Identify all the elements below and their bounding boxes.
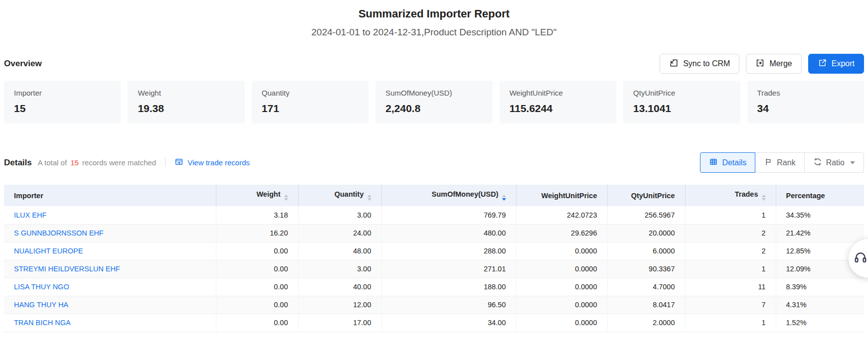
rank-flag-icon: [764, 157, 773, 168]
chevron-down-icon: [850, 161, 855, 164]
stat-label: Weight: [138, 89, 234, 97]
cell-weight: 16.20: [216, 224, 298, 242]
column-header-weight[interactable]: Weight: [216, 185, 298, 206]
cell-sumofmoney-usd: 288.00: [381, 242, 516, 260]
match-suffix: records were matched: [82, 158, 156, 167]
cell-trades: 2: [685, 224, 776, 242]
tab-ratio-label: Ratio: [826, 158, 845, 167]
column-header-quantity[interactable]: Quantity: [298, 185, 381, 206]
cell-weightunitprice: 0.0000: [516, 278, 607, 296]
cell-sumofmoney-usd: 96.50: [381, 296, 516, 314]
match-count: 15: [67, 158, 82, 167]
sort-icon[interactable]: [367, 195, 371, 201]
headset-icon: [853, 250, 868, 267]
stat-card-quantity: Quantity 171: [252, 81, 368, 123]
export-label: Export: [832, 59, 855, 68]
column-header-sumofmoney-usd[interactable]: SumOfMoney(USD): [381, 185, 516, 206]
table-header: ImporterWeightQuantitySumOfMoney(USD)Wei…: [4, 185, 864, 206]
sync-to-crm-button[interactable]: Sync to CRM: [660, 54, 739, 74]
cell-quantity: 3.00: [298, 206, 381, 224]
stat-value: 115.6244: [510, 103, 606, 115]
view-trade-records-label: View trade records: [187, 158, 250, 167]
cell-qtyunitprice: 20.0000: [607, 224, 685, 242]
importer-link[interactable]: TRAN BICH NGA: [14, 319, 71, 327]
cell-weight: 0.00: [216, 314, 298, 332]
table-header-row: ImporterWeightQuantitySumOfMoney(USD)Wei…: [4, 185, 864, 206]
table-row: S GUNNBJORNSSON EHF16.2024.00480.0029.62…: [4, 224, 864, 242]
tab-rank[interactable]: Rank: [755, 152, 804, 173]
importer-link[interactable]: S GUNNBJORNSSON EHF: [14, 229, 104, 237]
stat-card-weight: Weight 19.38: [128, 81, 244, 123]
cell-trades: 11: [685, 278, 776, 296]
cell-qtyunitprice: 256.5967: [607, 206, 685, 224]
view-trade-records-link[interactable]: View trade records: [174, 157, 250, 168]
cell-sumofmoney-usd: 271.01: [381, 260, 516, 278]
cell-importer: NUALIGHT EUROPE: [4, 242, 216, 260]
cell-trades: 2: [685, 242, 776, 260]
table-row: HANG THUY HA0.0012.0096.500.00008.041774…: [4, 296, 864, 314]
cell-weight: 0.00: [216, 260, 298, 278]
stat-label: Quantity: [262, 89, 358, 97]
cell-quantity: 48.00: [298, 242, 381, 260]
importer-link[interactable]: NUALIGHT EUROPE: [14, 247, 83, 255]
column-header-importer: Importer: [4, 185, 216, 206]
stat-label: SumOfMoney(USD): [385, 89, 482, 97]
export-button[interactable]: Export: [808, 54, 864, 74]
cell-weightunitprice: 29.6296: [516, 224, 607, 242]
tab-ratio[interactable]: Ratio: [804, 152, 864, 173]
cell-weightunitprice: 0.0000: [516, 314, 607, 332]
column-label: Weight: [256, 190, 280, 198]
cell-quantity: 12.00: [298, 296, 381, 314]
sync-to-crm-label: Sync to CRM: [683, 59, 730, 68]
cell-weight: 0.00: [216, 278, 298, 296]
importer-table: ImporterWeightQuantitySumOfMoney(USD)Wei…: [4, 185, 864, 332]
divider: [165, 158, 166, 167]
report-page: Summarized Importer Report 2024-01-01 to…: [0, 0, 868, 332]
cell-percentage: 34.35%: [776, 206, 864, 224]
column-header-trades[interactable]: Trades: [685, 185, 776, 206]
stat-value: 13.1041: [633, 103, 730, 115]
stat-label: Importer: [14, 89, 111, 97]
stat-card-trades: Trades 34: [747, 81, 864, 123]
cell-qtyunitprice: 2.0000: [607, 314, 685, 332]
table-row: STREYMI HEILDVERSLUN EHF0.003.00271.010.…: [4, 260, 864, 278]
sync-icon: [669, 58, 679, 70]
column-header-qtyunitprice: QtyUnitPrice: [607, 185, 685, 206]
table-body: ILUX EHF3.183.00769.79242.0723256.596713…: [4, 206, 864, 332]
overview-actions: Sync to CRM Merge Export: [660, 54, 864, 74]
importer-link[interactable]: HANG THUY HA: [14, 301, 68, 309]
merge-button[interactable]: Merge: [746, 54, 801, 74]
sort-icon[interactable]: [284, 195, 288, 201]
cell-importer: HANG THUY HA: [4, 296, 216, 314]
details-bar: Details A total of 15 records were match…: [4, 152, 864, 173]
importer-link[interactable]: LISA THUY NGO: [14, 283, 69, 291]
stat-value: 2,240.8: [385, 103, 482, 115]
cell-sumofmoney-usd: 34.00: [381, 314, 516, 332]
cell-sumofmoney-usd: 188.00: [381, 278, 516, 296]
importer-link[interactable]: ILUX EHF: [14, 211, 46, 219]
table-row: ILUX EHF3.183.00769.79242.0723256.596713…: [4, 206, 864, 224]
cell-sumofmoney-usd: 480.00: [381, 224, 516, 242]
cell-quantity: 3.00: [298, 260, 381, 278]
cell-weight: 0.00: [216, 242, 298, 260]
column-label: Percentage: [786, 192, 825, 200]
cell-qtyunitprice: 90.3367: [607, 260, 685, 278]
cell-qtyunitprice: 4.7000: [607, 278, 685, 296]
trade-records-icon: [174, 157, 183, 168]
tab-details[interactable]: Details: [700, 152, 755, 173]
stat-label: Trades: [757, 89, 854, 97]
sort-icon[interactable]: [502, 195, 506, 201]
stat-value: 171: [262, 103, 358, 115]
table-row: TRAN BICH NGA0.0017.0034.000.00002.00001…: [4, 314, 864, 332]
cell-percentage: 1.52%: [776, 314, 864, 332]
cell-weightunitprice: 0.0000: [516, 242, 607, 260]
view-toggle-group: Details Rank Ratio: [700, 152, 864, 173]
stat-card-sumofmoney: SumOfMoney(USD) 2,240.8: [375, 81, 492, 123]
importer-link[interactable]: STREYMI HEILDVERSLUN EHF: [14, 265, 120, 273]
cell-percentage: 21.42%: [776, 224, 864, 242]
cell-importer: ILUX EHF: [4, 206, 216, 224]
cell-trades: 1: [685, 314, 776, 332]
overview-heading: Overview: [4, 59, 42, 69]
cell-weightunitprice: 242.0723: [516, 206, 607, 224]
sort-icon[interactable]: [762, 195, 766, 201]
